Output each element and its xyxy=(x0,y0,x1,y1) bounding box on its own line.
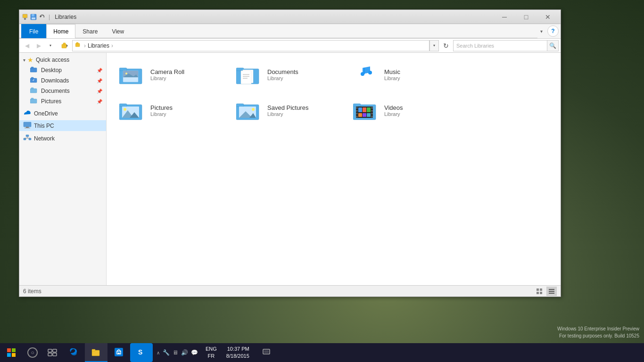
systray-message-icon: 💬 xyxy=(191,349,198,356)
content-area: Camera Roll Library xyxy=(107,53,561,285)
library-item-videos[interactable]: Videos Library xyxy=(346,94,459,126)
documents-label: Documents xyxy=(41,88,70,94)
action-center-button[interactable] xyxy=(255,343,278,362)
svg-rect-58 xyxy=(353,104,361,107)
svg-point-50 xyxy=(124,108,126,111)
network-label: Network xyxy=(34,135,55,142)
sidebar-item-desktop[interactable]: Desktop 📌 xyxy=(19,65,106,75)
pin-icon[interactable] xyxy=(21,13,29,21)
svg-rect-18 xyxy=(30,99,37,103)
documents-info: Documents Library xyxy=(267,68,337,81)
address-separator: › xyxy=(84,42,86,49)
forward-button[interactable]: ▶ xyxy=(33,40,44,51)
videos-lib-type: Library xyxy=(384,111,454,117)
saved-pictures-info: Saved Pictures Library xyxy=(267,104,337,117)
systray-network-icon: 🔧 xyxy=(163,349,170,356)
tab-home[interactable]: Home xyxy=(46,24,75,38)
minimize-button[interactable]: ─ xyxy=(494,10,515,24)
address-box[interactable]: › Libraries › xyxy=(72,40,429,51)
tab-view[interactable]: View xyxy=(105,24,131,38)
systray-volume-icon: 🔊 xyxy=(181,349,188,356)
sidebar-item-network[interactable]: Network xyxy=(19,133,106,144)
camera-roll-name: Camera Roll xyxy=(150,68,220,75)
downloads-label: Downloads xyxy=(41,77,69,84)
svg-rect-7 xyxy=(63,43,66,45)
sidebar-section-quick-access[interactable]: ▾ ★ Quick access xyxy=(19,55,106,65)
svg-rect-11 xyxy=(30,68,37,72)
tab-file[interactable]: File xyxy=(21,24,46,38)
pictures-lib-name: Pictures xyxy=(150,104,220,111)
ribbon-help-button[interactable]: ? xyxy=(547,25,559,37)
pictures-icon xyxy=(117,99,146,122)
sidebar-item-pictures[interactable]: Pictures 📌 xyxy=(19,96,106,107)
svg-rect-79 xyxy=(549,291,554,292)
pictures-pin-icon: 📌 xyxy=(97,99,102,104)
maximize-button[interactable]: □ xyxy=(515,10,537,24)
main-area: ▾ ★ Quick access Desktop 📌 Downloads xyxy=(19,53,561,285)
ribbon-collapse-button[interactable]: ▾ xyxy=(537,24,545,38)
close-button[interactable]: ✕ xyxy=(537,10,559,24)
grid-view-button[interactable] xyxy=(534,287,545,296)
svg-rect-72 xyxy=(363,113,366,117)
cortana-button[interactable]: ○ xyxy=(23,343,42,362)
start-button[interactable] xyxy=(0,343,23,362)
sidebar-item-this-pc[interactable]: This PC xyxy=(19,120,106,131)
cortana-icon: ○ xyxy=(31,349,34,356)
title-bar-icons: | xyxy=(21,13,52,21)
tab-share[interactable]: Share xyxy=(75,24,105,38)
search-button[interactable]: 🔍 xyxy=(547,40,559,51)
svg-marker-5 xyxy=(40,16,42,17)
save-icon[interactable] xyxy=(30,13,37,21)
refresh-button[interactable]: ↻ xyxy=(440,40,452,51)
list-view-button[interactable] xyxy=(546,287,557,296)
svg-rect-16 xyxy=(30,89,37,93)
recent-button[interactable]: ▾ xyxy=(45,40,56,51)
library-item-camera-roll[interactable]: Camera Roll Library xyxy=(112,58,225,90)
sidebar-item-downloads[interactable]: Downloads 📌 xyxy=(19,75,106,86)
taskbar: ○ xyxy=(0,343,644,362)
ribbon-tabs: File Home Share View xyxy=(19,24,537,38)
library-item-documents[interactable]: Documents Library xyxy=(229,58,342,90)
saved-pictures-icon xyxy=(234,99,263,122)
quick-access-label: Quick access xyxy=(36,57,69,63)
sidebar-item-onedrive[interactable]: OneDrive xyxy=(19,108,106,118)
svg-rect-90 xyxy=(92,349,95,351)
svg-rect-80 xyxy=(549,293,554,294)
taskbar-explorer-button[interactable] xyxy=(85,343,107,362)
back-button[interactable]: ◀ xyxy=(21,40,33,51)
undo-icon[interactable] xyxy=(38,13,46,21)
svg-rect-21 xyxy=(26,127,29,128)
library-item-music[interactable]: Music Library xyxy=(346,58,459,90)
clock-date: 8/18/2015 xyxy=(226,353,249,360)
taskbar-store-button[interactable] xyxy=(107,343,130,362)
taskbar-language[interactable]: ENG FR xyxy=(202,343,221,362)
library-item-saved-pictures[interactable]: Saved Pictures Library xyxy=(229,94,342,126)
library-item-pictures[interactable]: Pictures Library xyxy=(112,94,225,126)
window-title: Libraries xyxy=(55,14,494,20)
up-button[interactable] xyxy=(59,40,71,51)
camera-roll-icon xyxy=(117,63,146,86)
sidebar-item-documents[interactable]: Documents 📌 xyxy=(19,86,106,96)
library-grid: Camera Roll Library xyxy=(112,58,555,126)
taskbar-clock[interactable]: 10:37 PM 8/18/2015 xyxy=(221,343,255,362)
search-input[interactable]: Search Libraries xyxy=(453,40,547,51)
svg-rect-91 xyxy=(115,348,123,356)
saved-pictures-lib-type: Library xyxy=(267,111,337,117)
camera-roll-type: Library xyxy=(150,75,220,81)
address-dropdown-button[interactable]: ▾ xyxy=(429,40,439,51)
ribbon-tabs-row: File Home Share View ▾ ? xyxy=(19,24,561,38)
address-end-separator: › xyxy=(111,42,113,49)
taskbar-edge-button[interactable] xyxy=(62,343,85,362)
title-bar-controls: ─ □ ✕ xyxy=(494,10,559,24)
downloads-pin-icon: 📌 xyxy=(97,78,102,83)
documents-icon xyxy=(234,63,263,86)
svg-rect-95 xyxy=(264,350,269,353)
address-bar-row: ◀ ▶ ▾ › Libraries xyxy=(19,39,561,53)
pictures-info: Pictures Library xyxy=(150,104,220,117)
task-view-button[interactable] xyxy=(42,343,62,362)
svg-rect-23 xyxy=(26,135,29,137)
systray[interactable]: ∧ 🔧 🖥 🔊 💬 xyxy=(153,343,202,362)
ribbon-right-controls: ▾ ? xyxy=(537,24,561,38)
taskbar-skype-button[interactable]: S xyxy=(130,343,153,362)
svg-rect-74 xyxy=(537,288,539,291)
